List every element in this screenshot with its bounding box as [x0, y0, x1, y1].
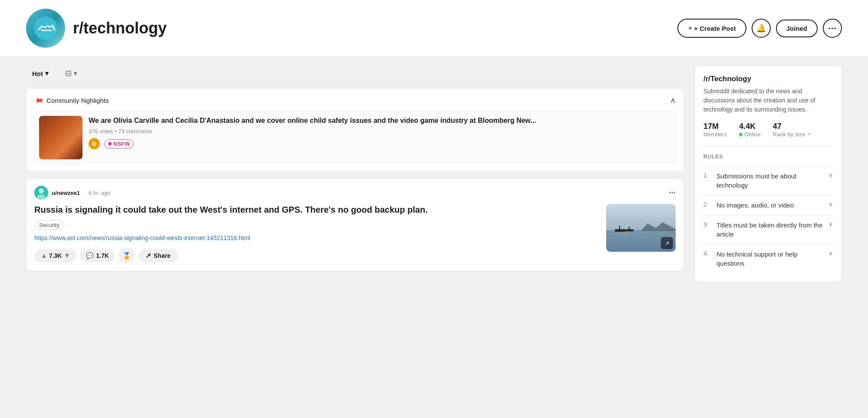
downvote-icon: ▼ [63, 252, 70, 260]
subreddit-name: r/technology [73, 19, 167, 37]
rule-item-4[interactable]: 4 No technical support or help questions… [703, 244, 833, 273]
nsfw-badge[interactable]: NSFW [104, 139, 134, 148]
highlight-post[interactable]: We are Olivia Carville and Cecilia D'Ana… [34, 111, 676, 164]
pin-icon: 📌 [33, 94, 45, 106]
more-options-button[interactable]: ··· [823, 19, 842, 38]
highlight-content: We are Olivia Carville and Cecilia D'Ana… [89, 116, 671, 159]
bell-icon: 🔔 [756, 23, 766, 33]
tag-badge: B [89, 138, 100, 149]
rule-item-1[interactable]: 1 Submissions must be about technology ∨ [703, 166, 833, 195]
rank-link[interactable]: Rank by size ↗ [773, 131, 811, 138]
sidebar: /r/Technology Subreddit dedicated to the… [694, 66, 842, 282]
online-value: 4.4K [739, 122, 761, 131]
share-button[interactable]: ↗ Share [139, 249, 178, 263]
view-chevron-icon: ▾ [74, 69, 77, 77]
highlight-tags: B NSFW [89, 138, 671, 149]
online-label: Online [739, 131, 761, 138]
rule-left-4: 4 No technical support or help questions [703, 250, 825, 268]
post-flair[interactable]: Security [34, 220, 64, 230]
hot-sort-button[interactable]: Hot ▾ [26, 66, 55, 80]
members-value: 17M [703, 122, 727, 131]
post-time: 6 hr. ago [89, 190, 111, 196]
rule-left-2: 2 No images, audio, or video [703, 201, 825, 210]
header-actions: + + Create Post 🔔 Joined ··· [677, 19, 842, 38]
post-body: Russia is signaling it could take out th… [34, 204, 676, 264]
vote-button-group[interactable]: ▲ 7.3K ▼ [34, 249, 76, 263]
comment-icon: 💬 [86, 252, 93, 259]
members-label: Members [703, 131, 727, 138]
post-author-row: u/newzee1 · 6 hr. ago [34, 186, 110, 200]
upvote-icon: ▲ [40, 252, 47, 260]
post-text-area: Russia is signaling it could take out th… [34, 204, 599, 264]
create-post-button[interactable]: + + Create Post [677, 19, 746, 38]
share-icon: ↗ [145, 252, 151, 260]
rule-number-3: 3 [703, 221, 710, 228]
rank-stat: 47 Rank by size ↗ [773, 122, 811, 138]
highlight-separator: • [115, 128, 118, 135]
tag-letter: B [92, 141, 96, 147]
svg-rect-9 [626, 229, 634, 231]
joined-label: Joined [786, 25, 807, 32]
sidebar-card: /r/Technology Subreddit dedicated to the… [694, 66, 842, 282]
rule-expand-1[interactable]: ∨ [825, 171, 833, 178]
external-link-overlay[interactable]: ↗ [661, 237, 673, 249]
hot-label: Hot [32, 70, 43, 77]
rule-expand-2[interactable]: ∨ [825, 201, 833, 207]
handshake-icon [34, 16, 57, 40]
vote-count: 7.3K [49, 252, 62, 259]
hot-chevron-icon: ▾ [45, 69, 49, 77]
external-icon: ↗ [807, 132, 811, 137]
external-link-icon: ↗ [665, 240, 670, 247]
nsfw-dot [108, 142, 112, 145]
rule-text-1: Submissions must be about technology [716, 171, 825, 190]
rules-section: RULES 1 Submissions must be about techno… [703, 154, 833, 273]
sort-bar: Hot ▾ ⊟ ▾ [26, 66, 684, 81]
subreddit-avatar [26, 9, 65, 48]
rule-item-2[interactable]: 2 No images, audio, or video ∨ [703, 195, 833, 215]
post-link[interactable]: https://www.aol.com/news/russia-signalin… [34, 234, 599, 241]
sidebar-description: Subreddit dedicated to the news and disc… [703, 87, 833, 114]
avatar-icon [34, 186, 48, 200]
rule-text-3: Titles must be taken directly from the a… [716, 221, 825, 239]
svg-rect-7 [615, 229, 626, 232]
rule-left-1: 1 Submissions must be about technology [703, 171, 825, 190]
rule-expand-3[interactable]: ∨ [825, 221, 833, 227]
main-content: Hot ▾ ⊟ ▾ 📌 Community highlights ∧ [0, 57, 868, 291]
svg-rect-8 [619, 226, 620, 229]
post-more-button[interactable]: ··· [669, 188, 676, 197]
subreddit-header: r/technology + + Create Post 🔔 Joined ··… [0, 0, 868, 57]
post-thumbnail[interactable]: ↗ [606, 204, 676, 252]
view-mode-button[interactable]: ⊟ ▾ [59, 66, 83, 81]
post-title: Russia is signaling it could take out th… [34, 204, 599, 216]
stats-divider [703, 146, 833, 147]
nsfw-label: NSFW [113, 141, 130, 147]
online-stat: 4.4K Online [739, 122, 761, 138]
user-avatar [34, 186, 48, 200]
rule-text-4: No technical support or help questions [716, 250, 825, 268]
award-button[interactable]: 🏅 [119, 247, 135, 264]
rank-label: Rank by size ↗ [773, 131, 811, 138]
svg-rect-10 [629, 227, 630, 229]
highlights-collapse-button[interactable]: ∧ [670, 95, 676, 105]
post-flair-wrapper: Security [34, 220, 599, 234]
highlight-votes: 376 votes [89, 128, 113, 135]
highlights-header: 📌 Community highlights ∧ [34, 95, 676, 105]
rule-number-2: 2 [703, 201, 710, 208]
bell-button[interactable]: 🔔 [752, 19, 771, 38]
rule-item-3[interactable]: 3 Titles must be taken directly from the… [703, 215, 833, 244]
rule-expand-4[interactable]: ∨ [825, 250, 833, 257]
collapse-icon: ∧ [670, 96, 676, 105]
post-ellipsis-icon: ··· [669, 188, 676, 197]
joined-button[interactable]: Joined [776, 20, 818, 37]
comment-button[interactable]: 💬 1.7K [80, 249, 115, 262]
rules-label: RULES [703, 154, 833, 160]
feed-column: Hot ▾ ⊟ ▾ 📌 Community highlights ∧ [26, 66, 684, 282]
post-author[interactable]: u/newzee1 [52, 190, 80, 196]
rule-number-4: 4 [703, 250, 710, 257]
highlight-thumbnail [39, 116, 83, 159]
stats-row: 17M Members 4.4K Online 47 [703, 122, 833, 138]
online-dot [739, 133, 743, 136]
rule-number-1: 1 [703, 171, 710, 179]
award-icon: 🏅 [122, 252, 131, 260]
post-card: u/newzee1 · 6 hr. ago ··· Russia is sign… [26, 178, 684, 271]
